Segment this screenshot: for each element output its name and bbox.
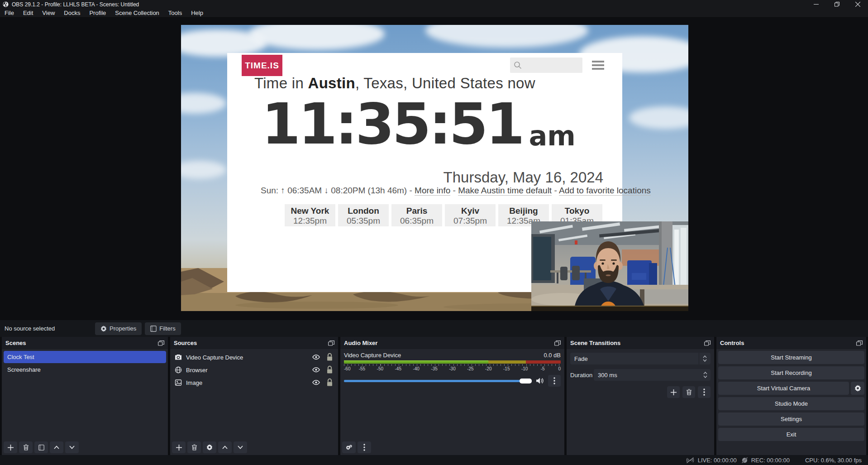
volume-meter: -60 -55 -50 -45 -40 -35 -30 -25 -20 -15 … xyxy=(342,360,563,372)
menu-scene-collection[interactable]: Scene Collection xyxy=(110,9,164,18)
close-button[interactable] xyxy=(847,0,868,9)
remove-scene-button[interactable] xyxy=(19,441,33,453)
add-scene-button[interactable] xyxy=(4,441,17,453)
audio-mixer-title: Audio Mixer xyxy=(344,340,377,346)
popout-icon[interactable] xyxy=(158,340,164,346)
scene-item-clock-test[interactable]: Clock Test xyxy=(4,351,166,363)
advanced-audio-button[interactable] xyxy=(342,441,356,453)
timeis-clock: 11:35:51 am xyxy=(262,95,576,153)
visibility-eye-icon[interactable] xyxy=(312,380,320,385)
image-icon xyxy=(175,379,182,386)
add-source-button[interactable] xyxy=(172,441,186,453)
restore-button[interactable] xyxy=(826,0,847,9)
camera-icon xyxy=(175,354,182,361)
menu-file[interactable]: File xyxy=(0,9,19,18)
remove-transition-button[interactable] xyxy=(682,386,695,398)
controls-title: Controls xyxy=(720,340,744,346)
sources-dock-header: Sources xyxy=(170,337,338,349)
sources-dock: Sources Video Capture Device Browser Ima… xyxy=(170,337,338,455)
source-move-down-button[interactable] xyxy=(234,441,247,453)
menu-profile[interactable]: Profile xyxy=(85,9,110,18)
meter-scale: -60 -55 -50 -45 -40 -35 -30 -25 -20 -15 … xyxy=(344,366,561,372)
studio-mode-button[interactable]: Studio Mode xyxy=(718,397,864,410)
transition-menu-button[interactable] xyxy=(698,386,711,398)
scene-filters-button[interactable] xyxy=(34,441,48,453)
volume-slider-handle[interactable] xyxy=(520,379,532,384)
properties-button[interactable]: Properties xyxy=(95,322,142,335)
program-canvas[interactable]: TIME.IS Time in Austin, Texas, United St… xyxy=(0,18,868,320)
scene-move-up-button[interactable] xyxy=(50,441,63,453)
lock-icon[interactable] xyxy=(326,378,334,387)
search-icon xyxy=(514,61,522,69)
timeis-heading: Time in Austin, Texas, United States now xyxy=(254,75,535,92)
kebab-menu-icon xyxy=(553,377,555,384)
title-bar: OBS 29.1.2 - Profile: LLHLS BETA - Scene… xyxy=(0,0,868,9)
add-transition-button[interactable] xyxy=(667,386,680,398)
cpu-fps-stats: CPU: 0.6%, 30.00 fps xyxy=(805,457,862,464)
menu-view[interactable]: View xyxy=(38,9,59,18)
source-item-browser[interactable]: Browser xyxy=(172,364,336,376)
city-box: Kyiv07:35pm xyxy=(445,204,496,226)
menu-tools[interactable]: Tools xyxy=(164,9,186,18)
city-box: New York12:35pm xyxy=(285,204,335,226)
scene-item-screenshare[interactable]: Screenshare xyxy=(4,364,166,376)
scene-move-down-button[interactable] xyxy=(65,441,79,453)
minimize-button[interactable] xyxy=(806,0,826,9)
visibility-eye-icon[interactable] xyxy=(312,355,320,360)
menu-docks[interactable]: Docks xyxy=(59,9,85,18)
scene-transitions-dock: Scene Transitions Fade Duration 300 ms xyxy=(567,337,714,455)
city-box: London05:35pm xyxy=(338,204,389,226)
popout-icon[interactable] xyxy=(554,340,561,346)
duration-spinbox[interactable]: 300 ms xyxy=(594,369,711,381)
make-default-link: Make Austin time default xyxy=(458,186,552,196)
transition-select[interactable]: Fade xyxy=(570,353,711,364)
stream-inactive-icon xyxy=(686,457,695,464)
volume-slider[interactable] xyxy=(344,380,532,382)
status-bar: LIVE: 00:00:00 REC: 00:00:00 CPU: 0.6%, … xyxy=(0,455,868,465)
add-favorite-link: Add to favorite locations xyxy=(559,186,651,196)
popout-icon[interactable] xyxy=(704,340,711,346)
filters-button[interactable]: Filters xyxy=(145,322,181,335)
start-streaming-button[interactable]: Start Streaming xyxy=(718,351,864,364)
exit-button[interactable]: Exit xyxy=(718,428,864,441)
controls-header: Controls xyxy=(716,337,866,349)
kebab-menu-icon xyxy=(703,388,705,396)
remove-source-button[interactable] xyxy=(187,441,201,453)
scenes-dock: Scenes Clock Test Screenshare xyxy=(2,337,168,455)
live-time: LIVE: 00:00:00 xyxy=(698,457,737,464)
transitions-title: Scene Transitions xyxy=(570,340,620,346)
obs-logo-icon xyxy=(3,1,9,7)
mixer-channel-menu-button[interactable] xyxy=(548,375,561,387)
mixer-channel-name: Video Capture Device xyxy=(344,352,401,359)
menu-edit[interactable]: Edit xyxy=(19,9,38,18)
source-item-video-capture[interactable]: Video Capture Device xyxy=(172,351,336,364)
lock-icon[interactable] xyxy=(326,353,334,361)
menu-help[interactable]: Help xyxy=(186,9,208,18)
spinbox-arrows-icon[interactable] xyxy=(700,372,711,378)
filters-icon xyxy=(150,326,157,332)
preview-video[interactable]: TIME.IS Time in Austin, Texas, United St… xyxy=(181,25,688,311)
gear-icon xyxy=(100,326,107,332)
start-recording-button[interactable]: Start Recording xyxy=(718,366,864,379)
mixer-menu-button[interactable] xyxy=(358,441,371,453)
kebab-menu-icon xyxy=(363,444,365,451)
webcam-overlay xyxy=(531,221,688,311)
combo-arrows-icon xyxy=(699,353,711,364)
popout-icon[interactable] xyxy=(328,340,334,346)
popout-icon[interactable] xyxy=(856,340,863,346)
audio-mixer-dock: Audio Mixer Video Capture Device 0.0 dB … xyxy=(340,337,564,455)
start-virtual-camera-button[interactable]: Start Virtual Camera xyxy=(718,382,849,395)
clock-time: 11:35:51 xyxy=(262,95,523,153)
city-box: Paris06:35pm xyxy=(391,204,442,226)
source-properties-button[interactable] xyxy=(203,441,216,453)
lock-icon[interactable] xyxy=(326,365,334,374)
virtual-camera-settings-button[interactable] xyxy=(851,382,864,395)
source-move-up-button[interactable] xyxy=(218,441,232,453)
controls-dock: Controls Start Streaming Start Recording… xyxy=(716,337,866,455)
source-item-image[interactable]: Image xyxy=(172,376,336,389)
source-status-label: No source selected xyxy=(5,325,95,332)
settings-button[interactable]: Settings xyxy=(718,412,864,426)
speaker-icon[interactable] xyxy=(536,377,544,384)
visibility-eye-icon[interactable] xyxy=(312,367,320,372)
scenes-dock-header: Scenes xyxy=(2,337,168,349)
